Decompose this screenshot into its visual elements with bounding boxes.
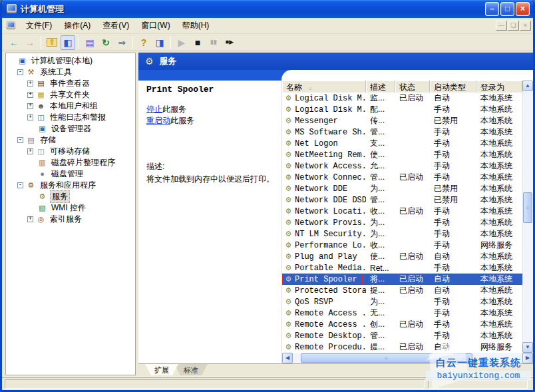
table-row[interactable]: ⚙Network Locati...收...已启动手动本地系统 <box>282 206 522 217</box>
table-row[interactable]: ⚙Remote Access ...无...手动本地系统 <box>282 307 522 319</box>
vertical-scroll-thumb[interactable]: ≡ <box>523 192 532 223</box>
tree-item[interactable]: -▤存储 <box>7 134 135 146</box>
expand-icon[interactable]: + <box>27 81 33 87</box>
table-row[interactable]: ⚙Remote Desktop...管...手动本地系统 <box>282 330 522 341</box>
collapse-icon[interactable]: - <box>17 137 23 143</box>
tree-item[interactable]: +☻本地用户和组 <box>7 100 135 112</box>
tree-item[interactable]: +◫性能日志和警报 <box>7 112 135 123</box>
service-name: Network Connec... <box>295 173 366 182</box>
start-service-button[interactable]: ▶ <box>174 35 189 50</box>
table-row[interactable]: ⚙Network Access...允...手动本地系统 <box>282 160 522 172</box>
table-row[interactable]: ⚙Messenger传...已禁用本地系统 <box>282 115 522 126</box>
users-icon: ☻ <box>36 102 46 110</box>
refresh-button[interactable]: ↻ <box>98 35 113 50</box>
column-header[interactable]: 启动类型 <box>430 81 476 93</box>
table-row[interactable]: ⚙Network Connec...管...已启动手动本地系统 <box>282 172 522 183</box>
menu-item[interactable]: 操作(A) <box>58 18 96 33</box>
tab-extended[interactable]: 扩展 <box>145 364 178 375</box>
table-row[interactable]: ⚙Remote Procedu...提...已启动自动网络服务 <box>282 341 522 353</box>
performance-icon: ◫ <box>36 113 46 122</box>
properties-button[interactable]: ▤ <box>83 35 97 50</box>
title-bar[interactable]: 计算机管理 – □ × <box>2 0 533 18</box>
table-row[interactable]: ⚙Logical Disk M...监...已启动自动本地系统 <box>282 93 522 104</box>
service-gear-icon: ⚙ <box>283 116 293 125</box>
column-header[interactable]: 登录为 <box>476 81 522 93</box>
menu-item[interactable]: 帮助(H) <box>176 18 216 33</box>
table-row[interactable]: ⚙Print Spooler将...已启动自动本地系统 <box>282 274 522 285</box>
cell-logon: 网络服务 <box>476 341 522 353</box>
menu-item[interactable]: 查看(V) <box>96 18 135 33</box>
close-button[interactable]: × <box>516 2 530 16</box>
tree-item[interactable]: ▣设备管理器 <box>7 123 135 134</box>
table-row[interactable]: ⚙Network DDE为...已禁用本地系统 <box>282 183 522 194</box>
up-one-level-button[interactable]: ⇧ <box>45 35 59 50</box>
minimize-button[interactable]: – <box>485 2 499 16</box>
collapse-icon[interactable]: - <box>17 182 23 188</box>
table-row[interactable]: ⚙QoS RSVP为...手动本地系统 <box>282 296 522 307</box>
tree-item[interactable]: ▣计算机管理(本地) <box>7 55 135 67</box>
scroll-left-icon[interactable]: ◀ <box>282 353 293 363</box>
window-title: 计算机管理 <box>21 3 484 15</box>
column-header[interactable]: 状态 <box>395 81 430 93</box>
expand-icon[interactable]: + <box>27 216 33 222</box>
pause-service-button[interactable]: ▮▮ <box>206 35 221 50</box>
collapse-icon[interactable]: - <box>17 69 23 75</box>
table-row[interactable]: ⚙Network DDE DSDM管...已禁用本地系统 <box>282 194 522 206</box>
service-gear-icon: ⚙ <box>283 94 293 102</box>
cell-desc: 允... <box>366 160 395 172</box>
table-row[interactable]: ⚙Performance Lo...收...手动网络服务 <box>282 240 522 251</box>
maximize-button[interactable]: □ <box>500 2 514 16</box>
cell-desc: 为... <box>366 228 395 240</box>
stop-service-button[interactable]: ■ <box>190 35 205 50</box>
tree-item[interactable]: +◎索引服务 <box>7 214 135 225</box>
tree-item[interactable]: ▧WMI 控件 <box>7 202 135 214</box>
stop-service-link[interactable]: 停止 <box>146 104 162 114</box>
cell-desc: 管... <box>366 126 395 138</box>
cell-status: 已启动 <box>395 172 430 183</box>
column-header[interactable]: 描述 <box>366 81 395 93</box>
restart-service-link[interactable]: 重启动 <box>146 116 170 125</box>
expand-icon[interactable]: + <box>27 103 33 109</box>
scroll-down-icon[interactable]: ▼ <box>522 342 533 353</box>
table-row[interactable]: ⚙Portable Media...Ret...手动本地系统 <box>282 262 522 274</box>
tree-item-label: 磁盘碎片整理程序 <box>50 157 116 168</box>
mdi-minimize-button[interactable]: — <box>496 21 507 31</box>
mdi-restore-button[interactable]: ❏ <box>508 21 519 31</box>
table-row[interactable]: ⚙Net Logon支...手动本地系统 <box>282 138 522 149</box>
tree-item[interactable]: -⚙服务和应用程序 <box>7 180 135 191</box>
tree-item[interactable]: ▥磁盘碎片整理程序 <box>7 157 135 168</box>
expand-icon[interactable]: + <box>27 148 33 154</box>
restart-service-button[interactable]: ■▶ <box>222 35 237 50</box>
table-row[interactable]: ⚙Logical Disk M...配...手动本地系统 <box>282 104 522 115</box>
tab-standard[interactable]: 标准 <box>174 364 208 375</box>
help-button[interactable]: ? <box>136 35 151 50</box>
table-row[interactable]: ⚙Plug and Play使...已启动自动本地系统 <box>282 251 522 262</box>
table-row[interactable]: ⚙Protected Storage提...已启动自动本地系统 <box>282 285 522 296</box>
tree-item[interactable]: +◫可移动存储 <box>7 146 135 157</box>
table-row[interactable]: ⚙MS Software Sh...管...手动本地系统 <box>282 126 522 138</box>
table-row[interactable]: ⚙NT LM Security...为...手动本地系统 <box>282 228 522 240</box>
column-header[interactable]: 名称▵ <box>282 81 366 93</box>
forward-button[interactable]: → <box>23 35 37 50</box>
tree-item-label: 可移动存储 <box>49 146 91 157</box>
expand-icon[interactable]: + <box>27 114 33 120</box>
tree-item[interactable]: ●磁盘管理 <box>7 168 135 180</box>
menu-item[interactable]: 文件(F) <box>20 18 58 33</box>
tree-item[interactable]: +▦共享文件夹 <box>7 89 135 100</box>
scroll-up-icon[interactable]: ▲ <box>522 81 533 91</box>
table-row[interactable]: ⚙NetMeeting Rem...使...手动本地系统 <box>282 149 522 160</box>
show-hide-tree-button[interactable]: ◧ <box>61 35 75 50</box>
back-button[interactable]: ← <box>7 35 21 50</box>
services-banner-title: 服务 <box>160 55 177 67</box>
table-row[interactable]: ⚙Remote Access ...创...已启动手动本地系统 <box>282 319 522 330</box>
mdi-close-button[interactable]: × <box>520 21 531 31</box>
tree-item[interactable]: -⚒系统工具 <box>7 67 135 78</box>
table-row[interactable]: ⚙Network Provis...为...手动本地系统 <box>282 217 522 228</box>
tree-item[interactable]: +▤事件查看器 <box>7 78 135 89</box>
tree-item[interactable]: ⚙服务 <box>7 191 135 202</box>
export-list-button[interactable]: ⇒ <box>114 35 129 50</box>
show-extended-pane-button[interactable]: ◨ <box>152 35 167 50</box>
menu-item[interactable]: 窗口(W) <box>135 18 176 33</box>
vertical-scrollbar[interactable]: ▲ ≡ ▼ <box>522 81 533 353</box>
expand-icon[interactable]: + <box>27 92 33 98</box>
